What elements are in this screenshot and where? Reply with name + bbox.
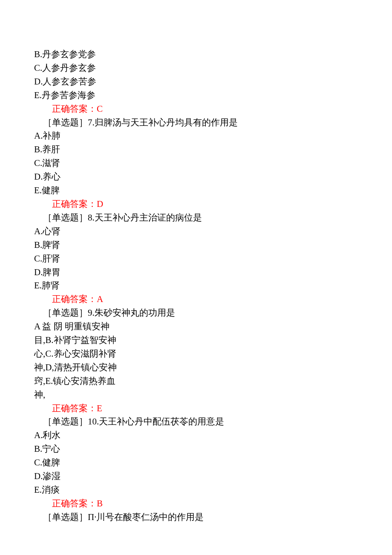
q9-line-4a: 神,D,清热开 (34, 362, 81, 372)
q9-line-4b: 镇心安神 (81, 362, 117, 372)
q8-option-a: A.心肾 (34, 225, 392, 238)
q6-option-d: D.人参玄参苦参 (34, 75, 392, 89)
q10-answer: 正确答案：B (34, 497, 392, 511)
q9-line-5: 窍,E.镇心安清热养血 (34, 375, 392, 388)
q9-line-2: 目,B.补肾宁益智安神 (34, 334, 392, 347)
q9-answer: 正确答案：E (34, 402, 392, 416)
q8-stem: ［单选题］8.天王补心丹主治证的病位是 (34, 211, 392, 225)
q11-stem: ［单选题］Π·川号在酸枣仁汤中的作用是 (34, 511, 392, 524)
q6-option-c: C.人参丹参玄参 (34, 61, 392, 75)
q9-line-3b: 滋阴补肾 (81, 349, 116, 359)
q9-line-4: 神,D,清热开镇心安神 (34, 361, 392, 375)
q7-option-c: C.滋肾 (34, 157, 392, 170)
q6-answer: 正确答案：C (34, 102, 392, 116)
q10-stem: ［单选题］10.天王补心丹中配伍茯苓的用意是 (34, 415, 392, 429)
q9-line-6: 神, (34, 388, 392, 402)
q10-option-e: E.消痰 (34, 483, 392, 497)
q9-line-2a: 目,B.补肾宁 (34, 335, 81, 345)
q9-line-2b: 益智安神 (81, 335, 116, 345)
q8-option-d: D.脾胃 (34, 266, 392, 279)
q10-option-d: D.渗湿 (34, 470, 392, 483)
q7-option-e: E.健脾 (34, 184, 392, 198)
q10-option-b: B.宁心 (34, 442, 392, 456)
q9-line-1: A 益 阴 明重镇安神 (34, 320, 392, 334)
q10-option-c: C.健脾 (34, 456, 392, 470)
q9-line-5a: 窍,E.镇心安 (34, 376, 80, 386)
q8-option-c: C.肝肾 (34, 252, 392, 266)
q7-option-a: A.补肺 (34, 129, 392, 143)
q7-stem: ［单选题］7.归脾汤与天王补心丹均具有的作用是 (34, 116, 392, 130)
q6-option-e: E.丹参苦参海参 (34, 89, 392, 102)
q9-line-1a: A 益 阴 明 (34, 321, 74, 331)
q8-answer: 正确答案：A (34, 293, 392, 306)
q6-option-b: B.丹参玄参党参 (34, 48, 392, 61)
q9-line-3a: 心,C.养心安 (34, 349, 81, 359)
q8-option-b: B.脾肾 (34, 238, 392, 252)
q7-option-d: D.养心 (34, 170, 392, 184)
q9-line-1b: 重镇安神 (74, 321, 110, 331)
q9-line-3: 心,C.养心安滋阴补肾 (34, 347, 392, 361)
q9-stem: ［单选题］9.朱砂安神丸的功用是 (34, 306, 392, 320)
q7-answer: 正确答案：D (34, 198, 392, 211)
q9-line-5b: 清热养血 (80, 376, 115, 386)
q8-option-e: E.肺肾 (34, 279, 392, 293)
q10-option-a: A.利水 (34, 429, 392, 442)
q7-option-b: B.养肝 (34, 143, 392, 157)
